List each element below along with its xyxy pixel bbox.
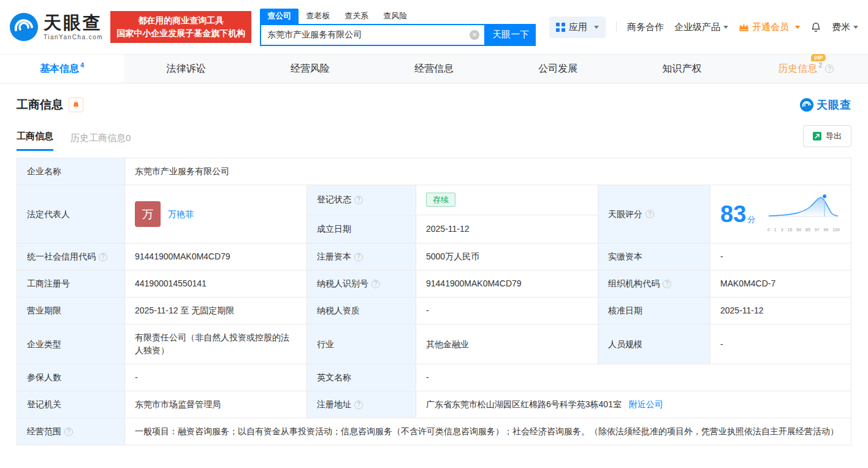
help-icon[interactable] <box>354 196 363 204</box>
table-row: 法定代表人 万 万艳菲 登记状态 存续 天眼评分 83分 <box>17 185 851 215</box>
search-type-tabs: 查公司 查老板 查关系 查风险 <box>260 9 536 24</box>
reg-status-cell: 存续 <box>416 185 598 215</box>
approve-date-label: 核准日期 <box>598 297 710 324</box>
tab-count: 2 <box>818 61 822 69</box>
tab-label: 知识产权 <box>663 63 702 75</box>
tianyancha-swirl-icon <box>10 13 38 41</box>
score-unit: 分 <box>747 215 755 224</box>
crown-icon <box>739 23 749 31</box>
search-button[interactable]: 天眼一下 <box>485 24 536 46</box>
search-tab-company[interactable]: 查公司 <box>260 9 299 24</box>
tab-history-info[interactable]: 历史信息 VIP 2 <box>744 55 868 83</box>
tab-count: 4 <box>80 61 84 69</box>
tab-business-info[interactable]: 经营信息 <box>372 55 496 83</box>
business-info-table: 企业名称 东莞市产业服务有限公司 法定代表人 万 万艳菲 登记状态 存续 天眼评… <box>17 158 851 445</box>
staff-size-value: - <box>710 324 851 364</box>
table-row: 登记机关 东莞市市场监督管理局 注册地址 广东省东莞市松山湖园区红棉路6号科学苑… <box>17 391 851 418</box>
search-tab-boss[interactable]: 查老板 <box>299 9 337 24</box>
reg-address-value: 广东省东莞市松山湖园区红棉路6号科学苑3栋401室 <box>426 399 622 409</box>
logo-text: 天眼查 <box>44 14 103 32</box>
monitor-bell-icon[interactable] <box>69 98 83 112</box>
score-cell: 83分 <box>710 185 851 244</box>
search-box <box>260 24 485 46</box>
subtab-business-registration[interactable]: 工商信息 <box>17 131 53 151</box>
table-row: 企业类型 有限责任公司（非自然人投资或控股的法人独资） 行业 其他金融业 人员规… <box>17 324 851 364</box>
english-name-label: 英文名称 <box>307 364 416 391</box>
search-area: 查公司 查老板 查关系 查风险 天眼一下 <box>260 9 536 46</box>
promo-line2: 国家中小企业发展子基金旗下机构 <box>116 27 245 40</box>
business-coop-link[interactable]: 商务合作 <box>627 21 664 33</box>
main-content: 工商信息 天眼查 工商信息 历史工商信息0 导出 <box>0 97 868 445</box>
tab-operational-risk[interactable]: 经营风险 <box>248 55 372 83</box>
promo-banner: 都在用的商业查询工具 国家中小企业发展子基金旗下机构 <box>110 11 251 43</box>
apps-menu[interactable]: 应用 <box>549 17 606 38</box>
search-tab-relation[interactable]: 查关系 <box>337 9 376 24</box>
table-row: 营业期限 2025-11-12 至 无固定期限 纳税人资质 - 核准日期 202… <box>17 297 851 324</box>
tab-label: 法律诉讼 <box>166 63 205 75</box>
score-axis-labels: 0131550859799100 <box>767 223 840 236</box>
org-code-value: MAK0M4CD-7 <box>710 270 851 297</box>
english-name-value: - <box>416 364 851 391</box>
help-icon[interactable] <box>354 253 363 261</box>
logo-domain: TianYanCha.com <box>44 34 103 40</box>
tab-intellectual-property[interactable]: 知识产权 <box>620 55 744 83</box>
open-vip-menu[interactable]: 开通会员 <box>739 21 800 33</box>
tab-label: 基本信息 <box>40 63 79 75</box>
search-tab-risk[interactable]: 查风险 <box>376 9 414 24</box>
tab-basic-info[interactable]: 基本信息 4 <box>0 55 124 83</box>
help-icon[interactable] <box>825 64 834 73</box>
section-title: 工商信息 <box>17 97 63 113</box>
user-account-menu[interactable]: 费米 <box>832 21 858 33</box>
header-menu: 应用 商务合作 企业级产品 开通会员 费米 <box>549 17 858 38</box>
establish-date-value: 2025-11-12 <box>416 215 598 243</box>
business-scope-value: 一般项目：融资咨询服务；以自有资金从事投资活动；信息咨询服务（不含许可类信息咨询… <box>125 418 851 445</box>
help-icon[interactable] <box>645 210 654 218</box>
export-button[interactable]: 导出 <box>803 125 851 147</box>
tab-label: 经营风险 <box>291 63 330 75</box>
staff-size-label: 人员规模 <box>598 324 710 364</box>
taxpayer-id-label: 纳税人识别号 <box>307 270 416 297</box>
establish-date-label: 成立日期 <box>307 215 416 243</box>
tianyancha-logo[interactable]: 天眼查 TianYanCha.com <box>10 13 103 41</box>
score-label: 天眼评分 <box>598 185 710 244</box>
company-type-label: 企业类型 <box>17 324 125 364</box>
watermark-text: 天眼查 <box>817 98 851 112</box>
score-distribution-chart: 0131550859799100 <box>767 192 841 236</box>
chevron-down-icon <box>795 26 800 29</box>
promo-line1: 都在用的商业查询工具 <box>116 14 245 27</box>
taxpayer-id-value: 91441900MAK0M4CD79 <box>416 270 598 297</box>
grid-apps-icon <box>556 23 565 32</box>
subtab-history-registration[interactable]: 历史工商信息0 <box>70 132 131 151</box>
nearby-companies-link[interactable]: 附近公司 <box>629 399 663 409</box>
company-type-value: 有限责任公司（非自然人投资或控股的法人独资） <box>125 324 307 364</box>
reg-number-label: 工商注册号 <box>17 270 125 297</box>
chevron-down-icon <box>853 26 858 29</box>
search-input[interactable] <box>267 30 470 40</box>
table-row: 参保人数 - 英文名称 - <box>17 364 851 391</box>
legal-rep-link[interactable]: 万艳菲 <box>168 208 194 221</box>
reg-capital-value: 5000万人民币 <box>416 244 598 270</box>
tab-legal-proceedings[interactable]: 法律诉讼 <box>124 55 248 83</box>
clear-search-icon[interactable] <box>470 30 479 40</box>
score-value-wrap: 83分 <box>720 202 755 226</box>
help-icon[interactable] <box>64 428 73 436</box>
table-row: 工商注册号 441900014550141 纳税人识别号 91441900MAK… <box>17 270 851 297</box>
help-icon[interactable] <box>371 280 380 288</box>
notifications-bell-icon[interactable] <box>810 21 821 33</box>
business-term-label: 营业期限 <box>17 297 125 324</box>
help-icon[interactable] <box>99 253 107 261</box>
export-label: 导出 <box>826 131 842 142</box>
company-name-value: 东莞市产业服务有限公司 <box>125 158 851 185</box>
reg-number-value: 441900014550141 <box>125 270 307 297</box>
tab-company-development[interactable]: 公司发展 <box>496 55 620 83</box>
credit-code-value: 91441900MAK0M4CD79 <box>125 244 307 270</box>
table-row: 企业名称 东莞市产业服务有限公司 <box>17 158 851 185</box>
legal-rep-avatar[interactable]: 万 <box>135 201 161 227</box>
help-icon[interactable] <box>663 280 671 288</box>
reg-address-cell: 广东省东莞市松山湖园区红棉路6号科学苑3栋401室 附近公司 <box>416 391 851 418</box>
enterprise-products-menu[interactable]: 企业级产品 <box>674 21 728 33</box>
tab-label: 公司发展 <box>538 63 577 75</box>
help-icon[interactable] <box>354 401 363 409</box>
industry-label: 行业 <box>307 324 416 364</box>
insured-count-value: - <box>125 364 307 391</box>
